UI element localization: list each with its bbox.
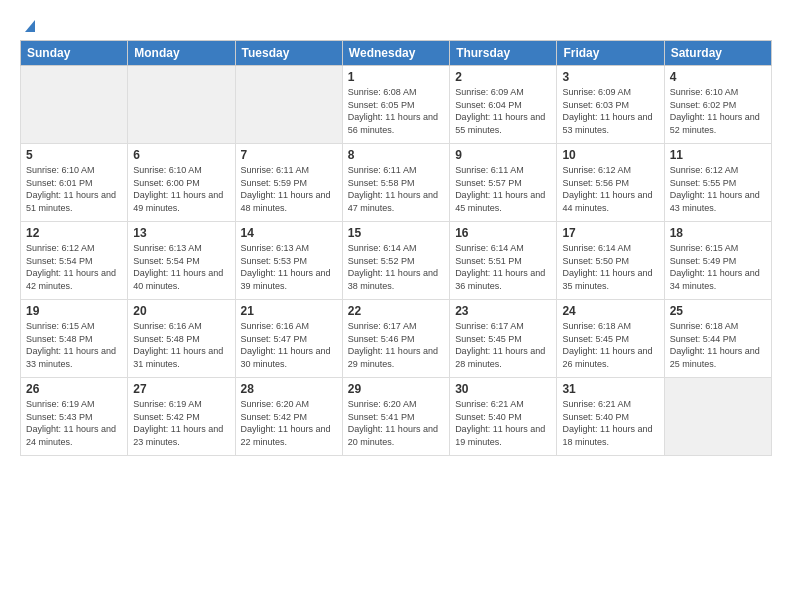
calendar-cell: 15Sunrise: 6:14 AM Sunset: 5:52 PM Dayli… — [342, 222, 449, 300]
day-number: 13 — [133, 226, 229, 240]
calendar-cell: 10Sunrise: 6:12 AM Sunset: 5:56 PM Dayli… — [557, 144, 664, 222]
calendar-header-thursday: Thursday — [450, 41, 557, 66]
day-number: 29 — [348, 382, 444, 396]
day-number: 31 — [562, 382, 658, 396]
day-number: 3 — [562, 70, 658, 84]
calendar-cell: 30Sunrise: 6:21 AM Sunset: 5:40 PM Dayli… — [450, 378, 557, 456]
day-number: 22 — [348, 304, 444, 318]
calendar-cell: 20Sunrise: 6:16 AM Sunset: 5:48 PM Dayli… — [128, 300, 235, 378]
calendar-table: SundayMondayTuesdayWednesdayThursdayFrid… — [20, 40, 772, 456]
calendar-cell: 24Sunrise: 6:18 AM Sunset: 5:45 PM Dayli… — [557, 300, 664, 378]
calendar-header-wednesday: Wednesday — [342, 41, 449, 66]
day-number: 17 — [562, 226, 658, 240]
calendar-cell: 16Sunrise: 6:14 AM Sunset: 5:51 PM Dayli… — [450, 222, 557, 300]
calendar-cell: 9Sunrise: 6:11 AM Sunset: 5:57 PM Daylig… — [450, 144, 557, 222]
day-info: Sunrise: 6:12 AM Sunset: 5:56 PM Dayligh… — [562, 164, 658, 214]
day-number: 25 — [670, 304, 766, 318]
day-info: Sunrise: 6:20 AM Sunset: 5:41 PM Dayligh… — [348, 398, 444, 448]
day-info: Sunrise: 6:21 AM Sunset: 5:40 PM Dayligh… — [455, 398, 551, 448]
day-number: 30 — [455, 382, 551, 396]
calendar-cell: 1Sunrise: 6:08 AM Sunset: 6:05 PM Daylig… — [342, 66, 449, 144]
day-info: Sunrise: 6:17 AM Sunset: 5:45 PM Dayligh… — [455, 320, 551, 370]
day-number: 10 — [562, 148, 658, 162]
day-info: Sunrise: 6:13 AM Sunset: 5:54 PM Dayligh… — [133, 242, 229, 292]
day-info: Sunrise: 6:15 AM Sunset: 5:49 PM Dayligh… — [670, 242, 766, 292]
day-info: Sunrise: 6:17 AM Sunset: 5:46 PM Dayligh… — [348, 320, 444, 370]
calendar-week-4: 26Sunrise: 6:19 AM Sunset: 5:43 PM Dayli… — [21, 378, 772, 456]
calendar-cell: 25Sunrise: 6:18 AM Sunset: 5:44 PM Dayli… — [664, 300, 771, 378]
calendar-header-row: SundayMondayTuesdayWednesdayThursdayFrid… — [21, 41, 772, 66]
calendar-cell: 6Sunrise: 6:10 AM Sunset: 6:00 PM Daylig… — [128, 144, 235, 222]
day-info: Sunrise: 6:14 AM Sunset: 5:52 PM Dayligh… — [348, 242, 444, 292]
calendar-header-tuesday: Tuesday — [235, 41, 342, 66]
calendar-cell: 27Sunrise: 6:19 AM Sunset: 5:42 PM Dayli… — [128, 378, 235, 456]
calendar-week-3: 19Sunrise: 6:15 AM Sunset: 5:48 PM Dayli… — [21, 300, 772, 378]
day-info: Sunrise: 6:11 AM Sunset: 5:59 PM Dayligh… — [241, 164, 337, 214]
day-number: 28 — [241, 382, 337, 396]
calendar-header-saturday: Saturday — [664, 41, 771, 66]
calendar-cell: 23Sunrise: 6:17 AM Sunset: 5:45 PM Dayli… — [450, 300, 557, 378]
day-info: Sunrise: 6:09 AM Sunset: 6:04 PM Dayligh… — [455, 86, 551, 136]
calendar-cell: 5Sunrise: 6:10 AM Sunset: 6:01 PM Daylig… — [21, 144, 128, 222]
day-info: Sunrise: 6:15 AM Sunset: 5:48 PM Dayligh… — [26, 320, 122, 370]
day-info: Sunrise: 6:21 AM Sunset: 5:40 PM Dayligh… — [562, 398, 658, 448]
day-number: 9 — [455, 148, 551, 162]
day-info: Sunrise: 6:20 AM Sunset: 5:42 PM Dayligh… — [241, 398, 337, 448]
svg-marker-0 — [25, 20, 35, 32]
calendar-header-friday: Friday — [557, 41, 664, 66]
calendar-cell: 2Sunrise: 6:09 AM Sunset: 6:04 PM Daylig… — [450, 66, 557, 144]
day-info: Sunrise: 6:09 AM Sunset: 6:03 PM Dayligh… — [562, 86, 658, 136]
calendar-cell: 28Sunrise: 6:20 AM Sunset: 5:42 PM Dayli… — [235, 378, 342, 456]
day-number: 8 — [348, 148, 444, 162]
day-number: 24 — [562, 304, 658, 318]
calendar-cell: 26Sunrise: 6:19 AM Sunset: 5:43 PM Dayli… — [21, 378, 128, 456]
day-number: 14 — [241, 226, 337, 240]
day-number: 11 — [670, 148, 766, 162]
calendar-week-0: 1Sunrise: 6:08 AM Sunset: 6:05 PM Daylig… — [21, 66, 772, 144]
day-info: Sunrise: 6:16 AM Sunset: 5:48 PM Dayligh… — [133, 320, 229, 370]
day-info: Sunrise: 6:11 AM Sunset: 5:58 PM Dayligh… — [348, 164, 444, 214]
day-info: Sunrise: 6:10 AM Sunset: 6:00 PM Dayligh… — [133, 164, 229, 214]
day-number: 15 — [348, 226, 444, 240]
header — [20, 18, 772, 30]
calendar-cell: 14Sunrise: 6:13 AM Sunset: 5:53 PM Dayli… — [235, 222, 342, 300]
day-number: 6 — [133, 148, 229, 162]
day-info: Sunrise: 6:11 AM Sunset: 5:57 PM Dayligh… — [455, 164, 551, 214]
day-info: Sunrise: 6:14 AM Sunset: 5:50 PM Dayligh… — [562, 242, 658, 292]
calendar-cell: 13Sunrise: 6:13 AM Sunset: 5:54 PM Dayli… — [128, 222, 235, 300]
day-number: 18 — [670, 226, 766, 240]
day-info: Sunrise: 6:08 AM Sunset: 6:05 PM Dayligh… — [348, 86, 444, 136]
page-container: SundayMondayTuesdayWednesdayThursdayFrid… — [0, 0, 792, 466]
day-info: Sunrise: 6:13 AM Sunset: 5:53 PM Dayligh… — [241, 242, 337, 292]
calendar-cell: 19Sunrise: 6:15 AM Sunset: 5:48 PM Dayli… — [21, 300, 128, 378]
day-info: Sunrise: 6:12 AM Sunset: 5:54 PM Dayligh… — [26, 242, 122, 292]
day-number: 23 — [455, 304, 551, 318]
day-number: 27 — [133, 382, 229, 396]
calendar-cell — [21, 66, 128, 144]
day-info: Sunrise: 6:19 AM Sunset: 5:42 PM Dayligh… — [133, 398, 229, 448]
calendar-cell: 21Sunrise: 6:16 AM Sunset: 5:47 PM Dayli… — [235, 300, 342, 378]
calendar-week-1: 5Sunrise: 6:10 AM Sunset: 6:01 PM Daylig… — [21, 144, 772, 222]
calendar-header-sunday: Sunday — [21, 41, 128, 66]
logo — [20, 18, 39, 30]
day-info: Sunrise: 6:19 AM Sunset: 5:43 PM Dayligh… — [26, 398, 122, 448]
calendar-cell: 12Sunrise: 6:12 AM Sunset: 5:54 PM Dayli… — [21, 222, 128, 300]
day-number: 16 — [455, 226, 551, 240]
calendar-cell: 18Sunrise: 6:15 AM Sunset: 5:49 PM Dayli… — [664, 222, 771, 300]
day-number: 20 — [133, 304, 229, 318]
day-info: Sunrise: 6:10 AM Sunset: 6:01 PM Dayligh… — [26, 164, 122, 214]
calendar-cell — [664, 378, 771, 456]
day-number: 19 — [26, 304, 122, 318]
calendar-cell: 7Sunrise: 6:11 AM Sunset: 5:59 PM Daylig… — [235, 144, 342, 222]
calendar-cell: 4Sunrise: 6:10 AM Sunset: 6:02 PM Daylig… — [664, 66, 771, 144]
calendar-cell: 17Sunrise: 6:14 AM Sunset: 5:50 PM Dayli… — [557, 222, 664, 300]
calendar-cell: 29Sunrise: 6:20 AM Sunset: 5:41 PM Dayli… — [342, 378, 449, 456]
day-number: 5 — [26, 148, 122, 162]
day-info: Sunrise: 6:18 AM Sunset: 5:44 PM Dayligh… — [670, 320, 766, 370]
day-info: Sunrise: 6:18 AM Sunset: 5:45 PM Dayligh… — [562, 320, 658, 370]
day-number: 4 — [670, 70, 766, 84]
calendar-cell: 11Sunrise: 6:12 AM Sunset: 5:55 PM Dayli… — [664, 144, 771, 222]
day-number: 7 — [241, 148, 337, 162]
day-number: 21 — [241, 304, 337, 318]
day-info: Sunrise: 6:12 AM Sunset: 5:55 PM Dayligh… — [670, 164, 766, 214]
